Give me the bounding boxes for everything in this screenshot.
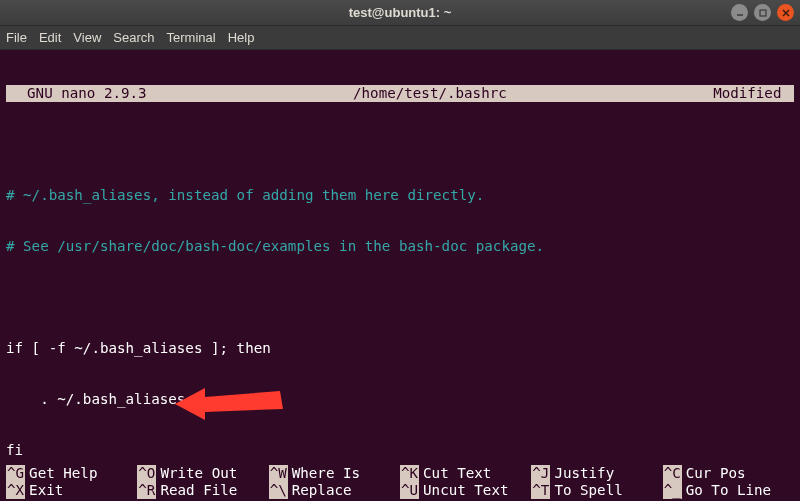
shortcut-write-out[interactable]: ^OWrite Out [137,465,268,482]
editor-line: . ~/.bash_aliases [6,391,794,408]
maximize-button[interactable] [754,4,771,21]
shortcut-go-to-line[interactable]: ^_Go To Line [663,482,794,499]
nano-shortcut-bar: ^GGet Help ^OWrite Out ^WWhere Is ^KCut … [0,465,800,501]
shortcut-justify[interactable]: ^JJustify [531,465,662,482]
svg-rect-1 [760,10,766,16]
nano-version: GNU nano 2.9.3 [10,85,151,102]
editor-line: fi [6,442,794,459]
editor-line: if [ -f ~/.bash_aliases ]; then [6,340,794,357]
menubar: File Edit View Search Terminal Help [0,26,800,50]
shortcut-read-file[interactable]: ^RRead File [137,482,268,499]
shortcut-replace[interactable]: ^\Replace [269,482,400,499]
editor-line: # See /usr/share/doc/bash-doc/examples i… [6,238,794,255]
window-title: test@ubuntu1: ~ [349,5,452,20]
nano-status: Modified [709,85,790,102]
shortcut-cur-pos[interactable]: ^CCur Pos [663,465,794,482]
shortcut-row: ^XExit ^RRead File ^\Replace ^UUncut Tex… [6,482,794,499]
terminal-area[interactable]: GNU nano 2.9.3 /home/test/.bashrc Modifi… [0,50,800,501]
nano-header: GNU nano 2.9.3 /home/test/.bashrc Modifi… [6,85,794,102]
editor-line: # ~/.bash_aliases, instead of adding the… [6,187,794,204]
menu-search[interactable]: Search [113,30,154,45]
window-titlebar: test@ubuntu1: ~ [0,0,800,26]
close-button[interactable] [777,4,794,21]
shortcut-uncut-text[interactable]: ^UUncut Text [400,482,531,499]
shortcut-where-is[interactable]: ^WWhere Is [269,465,400,482]
shortcut-exit[interactable]: ^XExit [6,482,137,499]
menu-view[interactable]: View [73,30,101,45]
menu-edit[interactable]: Edit [39,30,61,45]
window-controls [731,4,794,21]
shortcut-row: ^GGet Help ^OWrite Out ^WWhere Is ^KCut … [6,465,794,482]
menu-help[interactable]: Help [228,30,255,45]
shortcut-cut-text[interactable]: ^KCut Text [400,465,531,482]
editor-line [6,136,794,153]
shortcut-to-spell[interactable]: ^TTo Spell [531,482,662,499]
menu-terminal[interactable]: Terminal [167,30,216,45]
editor-line [6,289,794,306]
minimize-button[interactable] [731,4,748,21]
shortcut-get-help[interactable]: ^GGet Help [6,465,137,482]
nano-filepath: /home/test/.bashrc [151,85,709,102]
menu-file[interactable]: File [6,30,27,45]
